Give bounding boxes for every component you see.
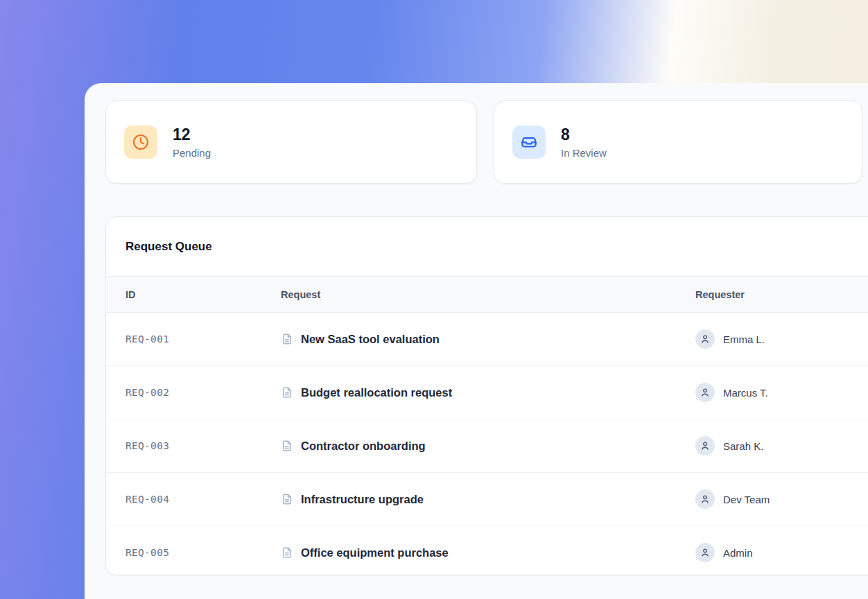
column-header-requester: Requester — [695, 289, 868, 300]
document-icon — [281, 333, 293, 345]
stat-card-in-review: 8 In Review — [494, 101, 862, 184]
table-header: ID Request Requester — [106, 277, 868, 313]
request-title: Contractor onboarding — [301, 440, 426, 453]
request-title: Office equipment purchase — [301, 546, 449, 559]
pending-count: 12 — [173, 125, 211, 144]
requester-name: Admin — [723, 547, 753, 559]
document-icon — [281, 546, 293, 559]
table-body: REQ-001 New SaaS tool evaluation — [106, 313, 868, 575]
document-icon — [281, 493, 293, 505]
clock-icon — [124, 125, 157, 159]
document-icon — [281, 440, 293, 452]
main-panel: 12 Pending 8 In Review Reque — [85, 83, 868, 599]
request-id: REQ-002 — [125, 387, 281, 398]
avatar — [695, 436, 715, 455]
request-id: REQ-001 — [125, 333, 281, 345]
avatar — [695, 489, 715, 509]
inbox-icon — [512, 125, 546, 159]
table-row[interactable]: REQ-004 Infrastructure upgrade — [106, 473, 868, 526]
request-title: Budget reallocation request — [301, 386, 452, 399]
request-queue-card: Request Queue ID Request Requester REQ-0… — [105, 216, 868, 575]
stat-card-pending: 12 Pending — [105, 101, 477, 184]
in-review-count: 8 — [561, 125, 607, 144]
request-id: REQ-004 — [125, 494, 281, 505]
stats-row: 12 Pending 8 In Review — [105, 101, 862, 184]
avatar — [695, 329, 715, 349]
requester-name: Dev Team — [723, 494, 770, 505]
requester-name: Emma L. — [723, 333, 765, 345]
avatar — [695, 383, 715, 402]
table-row[interactable]: REQ-002 Budget reallocation reque — [106, 366, 868, 419]
table-row[interactable]: REQ-003 Contractor onboarding — [106, 419, 868, 473]
request-id: REQ-005 — [125, 547, 281, 558]
table-row[interactable]: REQ-001 New SaaS tool evaluation — [106, 313, 868, 366]
requester-name: Marcus T. — [723, 387, 768, 399]
document-icon — [281, 386, 293, 399]
column-header-id: ID — [125, 289, 281, 300]
request-title: New SaaS tool evaluation — [301, 333, 440, 346]
table-row[interactable]: REQ-005 Office equipment purchase — [106, 526, 868, 575]
request-title: Infrastructure upgrade — [301, 493, 424, 506]
requester-name: Sarah K. — [723, 440, 763, 452]
page-title: Request Queue — [125, 240, 212, 254]
avatar — [695, 543, 715, 562]
in-review-label: In Review — [561, 147, 607, 159]
request-id: REQ-003 — [125, 440, 281, 451]
column-header-request: Request — [281, 289, 695, 300]
pending-label: Pending — [173, 147, 211, 159]
app-background: 12 Pending 8 In Review Reque — [0, 0, 868, 599]
